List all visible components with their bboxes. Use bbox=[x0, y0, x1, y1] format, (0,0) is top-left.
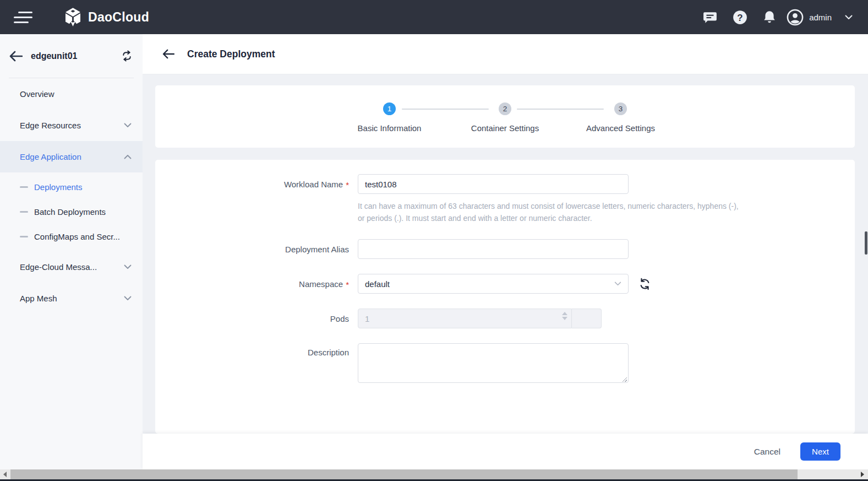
namespace-value: default bbox=[365, 279, 390, 289]
chevron-down-icon bbox=[845, 15, 853, 20]
sidebar-item-edge-cloud-message[interactable]: Edge-Cloud Messa... bbox=[0, 251, 143, 283]
brand[interactable]: DaoCloud bbox=[63, 7, 149, 27]
chevron-down-icon bbox=[614, 282, 621, 286]
sidebar-item-edge-resources[interactable]: Edge Resources bbox=[0, 110, 143, 141]
page-back-icon[interactable] bbox=[161, 46, 176, 62]
dash-icon bbox=[20, 186, 28, 188]
footer: Cancel Next bbox=[143, 434, 868, 469]
sidebar-item-app-mesh[interactable]: App Mesh bbox=[0, 283, 143, 314]
next-button[interactable]: Next bbox=[800, 442, 840, 461]
pods-input bbox=[358, 309, 572, 328]
sidebar-item-label: Edge Application bbox=[20, 152, 81, 161]
svg-text:?: ? bbox=[737, 12, 743, 23]
content: 1 Basic Information 2 Container Settings… bbox=[143, 74, 868, 469]
topbar-right: ? admin bbox=[695, 6, 868, 28]
screen: DaoCloud ? bbox=[0, 0, 868, 481]
pods-spinner bbox=[562, 312, 567, 320]
step-connector bbox=[517, 109, 604, 110]
description-row: Description bbox=[155, 343, 855, 385]
sidebar-item-label: Batch Deployments bbox=[34, 207, 106, 217]
deployment-alias-label: Deployment Alias bbox=[285, 245, 349, 254]
description-textarea[interactable] bbox=[358, 343, 629, 383]
avatar-icon bbox=[787, 9, 804, 26]
page-header: Create Deployment bbox=[143, 34, 868, 74]
pods-row: Pods bbox=[155, 309, 855, 328]
chevron-up-icon bbox=[124, 154, 132, 159]
step-number: 1 bbox=[383, 102, 396, 115]
namespace-select[interactable]: default bbox=[358, 274, 629, 294]
bell-icon[interactable] bbox=[755, 6, 784, 28]
sidebar-item-label: App Mesh bbox=[20, 294, 57, 303]
vertical-scrollbar-thumb[interactable] bbox=[865, 231, 867, 255]
chevron-down-icon bbox=[124, 296, 132, 301]
spin-up-icon bbox=[562, 312, 567, 315]
dash-icon bbox=[20, 211, 28, 213]
sidebar-item-deployments[interactable]: Deployments bbox=[0, 175, 143, 199]
sidebar-back-icon[interactable] bbox=[9, 49, 23, 63]
form-card: Workload Name * It can have a maximum of… bbox=[155, 160, 855, 434]
deployment-alias-input[interactable] bbox=[358, 239, 629, 259]
topbar: DaoCloud ? bbox=[0, 0, 868, 34]
workload-name-row: Workload Name * It can have a maximum of… bbox=[155, 174, 855, 224]
required-asterisk: * bbox=[346, 280, 349, 289]
description-label: Description bbox=[308, 348, 349, 357]
stepper-card: 1 Basic Information 2 Container Settings… bbox=[155, 85, 855, 148]
chevron-down-icon bbox=[124, 264, 132, 269]
user-menu[interactable]: admin bbox=[787, 9, 853, 26]
refresh-namespaces-icon[interactable] bbox=[638, 278, 651, 290]
required-asterisk: * bbox=[346, 180, 349, 190]
step-number: 2 bbox=[499, 102, 511, 115]
workload-name-hint: It can have a maximum of 63 characters a… bbox=[358, 200, 855, 224]
menu-icon[interactable] bbox=[14, 12, 32, 23]
pods-addon bbox=[572, 309, 602, 328]
step-number: 3 bbox=[614, 102, 627, 115]
step-label: Advanced Settings bbox=[586, 123, 655, 133]
horizontal-scrollbar[interactable] bbox=[0, 469, 868, 479]
body: edgeunit01 Overview Edge Resources bbox=[0, 34, 868, 469]
horizontal-scrollbar-thumb[interactable] bbox=[10, 469, 798, 479]
switch-cluster-icon[interactable] bbox=[119, 49, 134, 63]
step-label: Basic Information bbox=[358, 123, 422, 133]
sidebar-item-batch-deployments[interactable]: Batch Deployments bbox=[0, 199, 143, 224]
namespace-row: Namespace * default bbox=[155, 274, 855, 294]
workload-name-input[interactable] bbox=[358, 174, 629, 194]
step-basic-information[interactable]: 1 Basic Information bbox=[332, 102, 447, 133]
spin-down-icon bbox=[562, 317, 567, 320]
step-advanced-settings[interactable]: 3 Advanced Settings bbox=[563, 102, 679, 133]
chevron-down-icon bbox=[124, 123, 132, 128]
cancel-button[interactable]: Cancel bbox=[754, 447, 780, 457]
step-connector bbox=[402, 109, 489, 110]
dash-icon bbox=[20, 236, 28, 237]
username: admin bbox=[809, 13, 832, 22]
main: Create Deployment 1 Basic Information bbox=[143, 34, 868, 469]
sidebar-item-label: Deployments bbox=[34, 182, 83, 192]
pods-label: Pods bbox=[330, 314, 349, 323]
namespace-label: Namespace bbox=[299, 279, 343, 289]
pods-stepper bbox=[358, 309, 602, 328]
daocloud-logo-icon bbox=[63, 7, 83, 27]
sidebar: edgeunit01 Overview Edge Resources bbox=[0, 34, 143, 469]
brand-name: DaoCloud bbox=[88, 10, 149, 25]
help-icon[interactable]: ? bbox=[725, 6, 755, 28]
sidebar-item-overview[interactable]: Overview bbox=[0, 78, 143, 110]
stepper: 1 Basic Information 2 Container Settings… bbox=[332, 85, 679, 133]
page-title: Create Deployment bbox=[187, 48, 275, 60]
deployment-alias-row: Deployment Alias bbox=[155, 239, 855, 259]
sidebar-item-label: ConfigMaps and Secr... bbox=[34, 232, 120, 241]
scroll-right-icon[interactable] bbox=[858, 469, 867, 479]
sidebar-header: edgeunit01 bbox=[0, 34, 143, 78]
scroll-left-icon[interactable] bbox=[0, 469, 9, 479]
workload-name-label: Workload Name bbox=[284, 180, 343, 189]
message-icon[interactable] bbox=[695, 6, 725, 28]
sidebar-item-label: Edge-Cloud Messa... bbox=[20, 262, 97, 272]
sidebar-item-configmaps-secrets[interactable]: ConfigMaps and Secr... bbox=[0, 224, 143, 249]
cluster-name: edgeunit01 bbox=[31, 51, 77, 61]
step-container-settings[interactable]: 2 Container Settings bbox=[447, 102, 563, 133]
sidebar-item-label: Edge Resources bbox=[20, 121, 81, 130]
sidebar-item-edge-application[interactable]: Edge Application bbox=[0, 141, 143, 172]
sidebar-item-label: Overview bbox=[20, 89, 54, 99]
step-label: Container Settings bbox=[471, 123, 539, 133]
